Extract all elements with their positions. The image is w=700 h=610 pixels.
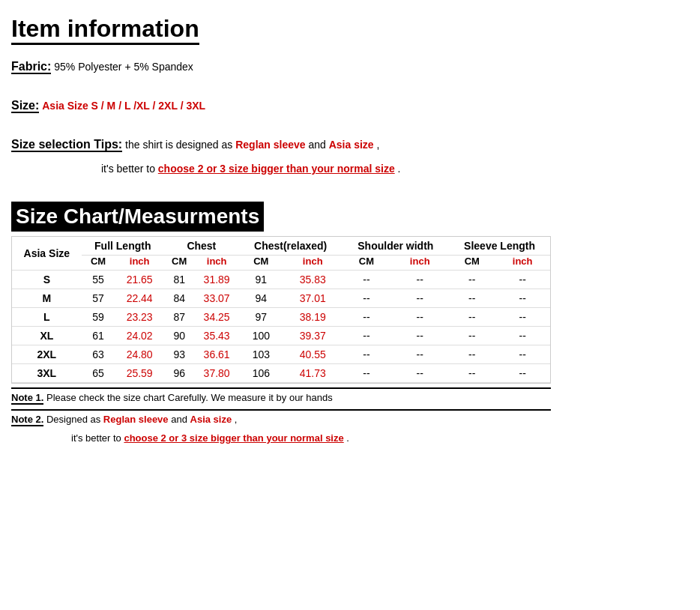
- cell-sh-cm: --: [343, 345, 391, 364]
- table-row: 3XL6525.599637.8010641.73--------: [12, 364, 550, 383]
- cell-fl-cm: 57: [82, 289, 115, 308]
- subheader-sl-inch: inch: [495, 256, 550, 271]
- subheader-sh-cm: CM: [343, 256, 391, 271]
- table-row: S5521.658131.899135.83--------: [12, 271, 550, 289]
- cell-sh-cm: --: [343, 271, 391, 289]
- cell-fl-cm: 59: [82, 308, 115, 327]
- cell-ch-cm: 93: [164, 345, 195, 364]
- size-value: Asia Size S / M / L /XL / 2XL / 3XL: [42, 100, 205, 112]
- cell-ch-cm: 96: [164, 364, 195, 383]
- note1-label: Note 1.: [11, 392, 43, 405]
- fabric-value: 95% Polyester + 5% Spandex: [54, 61, 193, 73]
- fabric-section: Fabric: 95% Polyester + 5% Spandex: [11, 60, 689, 73]
- tips-comma: ,: [377, 139, 380, 151]
- note1-section: Note 1. Please check the size chart Care…: [11, 387, 551, 403]
- note2-section: Note 2. Designed as Reglan sleeve and As…: [11, 409, 551, 444]
- cell-sh-cm: --: [343, 327, 391, 345]
- cell-ch-cm: 81: [164, 271, 195, 289]
- fabric-label: Fabric:: [11, 60, 51, 74]
- cell-cr-cm: 100: [239, 327, 283, 345]
- tips-highlight2: Asia size: [329, 139, 374, 151]
- cell-size: 3XL: [12, 364, 82, 383]
- cell-sl-inch: --: [495, 271, 550, 289]
- table-row: 2XL6324.809336.6110340.55--------: [12, 345, 550, 364]
- cell-fl-inch: 24.80: [115, 345, 163, 364]
- note2-indent-text: it's better to: [71, 432, 124, 444]
- tips-period: .: [398, 163, 401, 175]
- cell-sh-inch: --: [390, 271, 449, 289]
- cell-fl-cm: 55: [82, 271, 115, 289]
- cell-ch-inch: 31.89: [194, 271, 238, 289]
- cell-fl-inch: 25.59: [115, 364, 163, 383]
- cell-ch-cm: 84: [164, 289, 195, 308]
- tips-indent: it's better to choose 2 or 3 size bigger…: [101, 163, 689, 175]
- size-table: Asia Size Full Length Chest Chest(relaxe…: [12, 237, 550, 383]
- note2-intro: Designed as: [46, 414, 103, 425]
- cell-fl-inch: 21.65: [115, 271, 163, 289]
- table-row: XL6124.029035.4310039.37--------: [12, 327, 550, 345]
- subheader-cr-inch: inch: [283, 256, 343, 271]
- tips-mid: and: [308, 139, 328, 151]
- tips-indent-text: it's better to: [101, 163, 158, 175]
- cell-sl-inch: --: [495, 364, 550, 383]
- note1-text: Please check the size chart Carefully. W…: [46, 392, 333, 403]
- cell-sl-inch: --: [495, 308, 550, 327]
- cell-sh-cm: --: [343, 308, 391, 327]
- cell-cr-cm: 94: [239, 289, 283, 308]
- cell-ch-cm: 87: [164, 308, 195, 327]
- tips-intro: the shirt is designed as: [125, 139, 235, 151]
- col-header-full-length: Full Length: [82, 237, 164, 256]
- cell-sl-cm: --: [449, 271, 495, 289]
- subheader-ch-inch: inch: [194, 256, 238, 271]
- note2-mid: and: [171, 414, 190, 425]
- cell-cr-cm: 103: [239, 345, 283, 364]
- cell-fl-cm: 61: [82, 327, 115, 345]
- cell-size: M: [12, 289, 82, 308]
- cell-size: XL: [12, 327, 82, 345]
- subheader-fl-cm: CM: [82, 256, 115, 271]
- cell-sh-inch: --: [390, 308, 449, 327]
- cell-sl-cm: --: [449, 345, 495, 364]
- table-row: M5722.448433.079437.01--------: [12, 289, 550, 308]
- cell-cr-inch: 39.37: [283, 327, 343, 345]
- cell-sl-inch: --: [495, 289, 550, 308]
- cell-sh-inch: --: [390, 364, 449, 383]
- cell-sh-cm: --: [343, 364, 391, 383]
- tips-section: Size selection Tips: the shirt is design…: [11, 138, 689, 175]
- cell-sl-cm: --: [449, 289, 495, 308]
- cell-sl-cm: --: [449, 327, 495, 345]
- col-header-shoulder: Shoulder width: [343, 237, 450, 256]
- cell-cr-cm: 106: [239, 364, 283, 383]
- page-title: Item information: [11, 15, 199, 45]
- cell-sh-inch: --: [390, 289, 449, 308]
- note2-label: Note 2.: [11, 414, 43, 426]
- note2-link[interactable]: choose 2 or 3 size bigger than your norm…: [124, 432, 343, 444]
- cell-cr-inch: 37.01: [283, 289, 343, 308]
- note2-highlight1: Reglan sleeve: [103, 414, 169, 425]
- note2-period: .: [346, 432, 349, 444]
- cell-cr-inch: 35.83: [283, 271, 343, 289]
- subheader-sh-inch: inch: [390, 256, 449, 271]
- cell-fl-cm: 65: [82, 364, 115, 383]
- cell-cr-inch: 41.73: [283, 364, 343, 383]
- tips-link[interactable]: choose 2 or 3 size bigger than your norm…: [158, 163, 395, 175]
- cell-cr-inch: 40.55: [283, 345, 343, 364]
- cell-ch-inch: 36.61: [194, 345, 238, 364]
- subheader-cr-cm: CM: [239, 256, 283, 271]
- subheader-ch-cm: CM: [164, 256, 195, 271]
- cell-sh-cm: --: [343, 289, 391, 308]
- size-table-wrapper: Asia Size Full Length Chest Chest(relaxe…: [11, 236, 551, 384]
- col-header-chest: Chest: [164, 237, 239, 256]
- tips-label: Size selection Tips:: [11, 138, 122, 152]
- cell-fl-inch: 22.44: [115, 289, 163, 308]
- note2-indent: it's better to choose 2 or 3 size bigger…: [71, 432, 551, 444]
- chart-title: Size Chart/Measurments: [11, 202, 264, 232]
- col-header-asia-size: Asia Size: [12, 237, 82, 271]
- cell-fl-inch: 24.02: [115, 327, 163, 345]
- cell-ch-inch: 34.25: [194, 308, 238, 327]
- cell-fl-inch: 23.23: [115, 308, 163, 327]
- size-label: Size:: [11, 99, 39, 113]
- cell-sl-inch: --: [495, 345, 550, 364]
- cell-fl-cm: 63: [82, 345, 115, 364]
- col-header-sleeve: Sleeve Length: [449, 237, 550, 256]
